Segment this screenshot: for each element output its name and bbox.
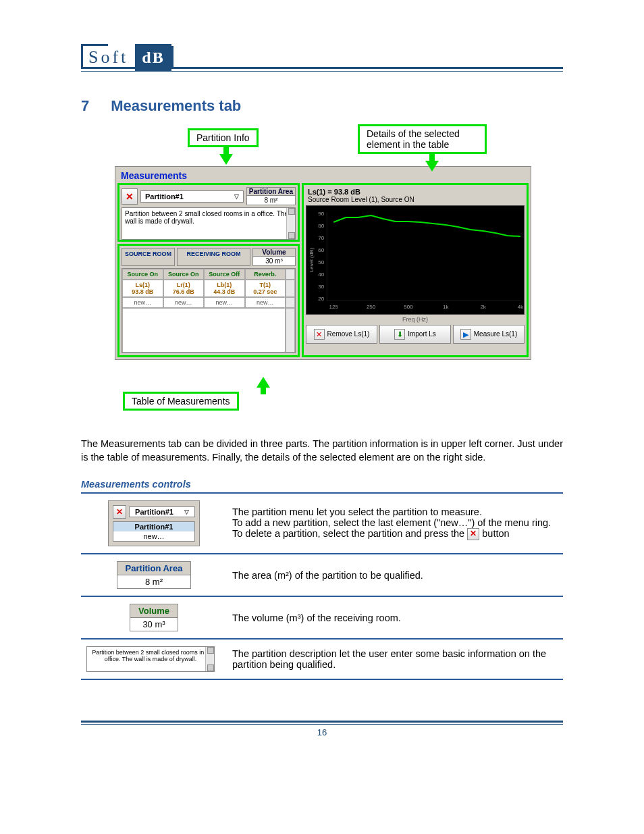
scrollbar[interactable] xyxy=(286,208,295,239)
scrollbar[interactable] xyxy=(286,269,295,280)
svg-text:4k: 4k xyxy=(518,304,524,310)
import-icon: ⬇ xyxy=(394,329,405,340)
partition-select-value: Partition#1 xyxy=(145,192,184,201)
svg-text:500: 500 xyxy=(404,304,413,310)
source-room-header: SOURCE ROOM xyxy=(122,248,175,266)
x-icon: ✕ xyxy=(467,528,479,540)
arrow-icon xyxy=(257,377,270,388)
x-axis-label: Freq (Hz) xyxy=(304,316,527,323)
partition-area-box[interactable]: Partition Area 8 m² xyxy=(246,187,296,205)
svg-text:70: 70 xyxy=(318,235,324,241)
control-illustration: ✕ Partition#1▽ Partition#1 new… xyxy=(108,500,200,546)
chart-title: Ls(1) = 93.8 dB xyxy=(304,185,527,196)
svg-text:20: 20 xyxy=(318,296,324,302)
callout-partition-info: Partition Info xyxy=(188,128,259,147)
table-new[interactable]: new… xyxy=(245,297,286,308)
receiving-room-header: RECEIVING ROOM xyxy=(177,248,250,266)
partition-description[interactable]: Partition between 2 small closed rooms i… xyxy=(122,207,296,240)
table-new[interactable]: new… xyxy=(122,297,163,308)
details-frame: Ls(1) = 93.8 dB Source Room Level (1), S… xyxy=(302,183,529,357)
y-axis-label: Level (dB) xyxy=(308,247,315,272)
control-illustration: Partition between 2 small closed rooms i… xyxy=(86,646,215,672)
page-number: 16 xyxy=(81,727,563,737)
app-window: Measurements ✕ Partition#1 ▽ Partition A… xyxy=(115,166,531,360)
partition-area-value: 8 m² xyxy=(247,195,295,205)
logo-text-db: dB xyxy=(135,44,171,71)
tab-title: Measurements xyxy=(115,167,531,183)
measurements-table: Source On Source On Source Off Reverb. L… xyxy=(122,268,296,353)
table-row[interactable]: Lb(1)44.3 dB xyxy=(204,280,245,297)
dropdown-icon: ▽ xyxy=(184,509,189,515)
dropdown-icon: ▽ xyxy=(234,193,239,200)
svg-text:80: 80 xyxy=(318,223,324,229)
volume-box[interactable]: Volume 30 m³ xyxy=(252,248,296,266)
measure-button[interactable]: ▶Measure Ls(1) xyxy=(453,325,525,344)
control-description: The area (m²) of the partition to be qua… xyxy=(227,554,563,596)
svg-text:90: 90 xyxy=(318,211,324,217)
delete-partition-button[interactable]: ✕ xyxy=(122,188,138,205)
arrow-icon xyxy=(425,161,439,172)
svg-text:30: 30 xyxy=(318,284,324,290)
svg-text:2k: 2k xyxy=(480,304,486,310)
delete-icon: ✕ xyxy=(113,505,126,519)
svg-text:1k: 1k xyxy=(443,304,449,310)
control-illustration: Partition Area 8 m² xyxy=(117,561,192,589)
partition-area-label: Partition Area xyxy=(247,188,295,195)
import-button[interactable]: ⬇Import Ls xyxy=(379,325,451,344)
volume-label: Volume xyxy=(253,249,295,256)
partition-select: Partition#1▽ xyxy=(129,506,195,517)
callout-details: Details of the selected element in the t… xyxy=(358,124,487,154)
annotated-screenshot: Partition Info Details of the selected e… xyxy=(115,128,533,398)
brand-logo: Soft dB xyxy=(81,46,173,69)
svg-text:250: 250 xyxy=(367,304,376,310)
remove-button[interactable]: ✕Remove Ls(1) xyxy=(306,325,377,344)
svg-text:40: 40 xyxy=(318,271,324,278)
partition-select[interactable]: Partition#1 ▽ xyxy=(140,190,244,203)
arrow-icon xyxy=(219,154,233,165)
logo-text-soft: Soft xyxy=(83,47,135,68)
svg-text:60: 60 xyxy=(318,247,324,253)
spectrum-chart: 908070 605040 3020 125250500 1k2k4k Leve… xyxy=(306,205,525,315)
measure-icon: ▶ xyxy=(460,329,471,340)
control-description: The partition menu let you select the pa… xyxy=(227,493,563,554)
table-row[interactable]: Ls(1)93.8 dB xyxy=(122,280,163,297)
section-number: 7 xyxy=(81,97,107,115)
table-new[interactable]: new… xyxy=(163,297,205,308)
body-paragraph: The Measurements tab can be divided in t… xyxy=(81,438,563,464)
control-description: The partition description let the user e… xyxy=(227,639,563,679)
partition-info-frame: ✕ Partition#1 ▽ Partition Area 8 m² xyxy=(117,183,300,242)
footer-rule xyxy=(81,721,563,725)
scrollbar xyxy=(205,647,214,671)
svg-text:125: 125 xyxy=(329,304,339,310)
svg-text:50: 50 xyxy=(318,259,324,265)
dropdown-list: Partition#1 new… xyxy=(113,521,195,542)
table-new[interactable]: new… xyxy=(204,297,245,308)
callout-table: Table of Measurements xyxy=(123,392,239,411)
control-illustration: Volume 30 m³ xyxy=(130,604,178,631)
section-title: Measurements tab xyxy=(111,97,241,114)
controls-table: ✕ Partition#1▽ Partition#1 new… The part… xyxy=(81,492,563,680)
control-description: The volume (m³) of the receiving room. xyxy=(227,596,563,639)
chart-subtitle: Source Room Level (1), Source ON xyxy=(304,196,527,205)
volume-value: 30 m³ xyxy=(253,256,295,265)
table-row[interactable]: T(1)0.27 sec xyxy=(245,280,286,297)
chart-series xyxy=(333,215,520,236)
subsection-heading: Measurements controls xyxy=(81,479,563,490)
table-row[interactable]: Lr(1)76.6 dB xyxy=(163,280,205,297)
x-icon: ✕ xyxy=(314,329,325,340)
measurements-table-frame: SOURCE ROOM RECEIVING ROOM Volume 30 m³ … xyxy=(117,244,300,357)
section-heading: 7 Measurements tab xyxy=(81,97,563,115)
